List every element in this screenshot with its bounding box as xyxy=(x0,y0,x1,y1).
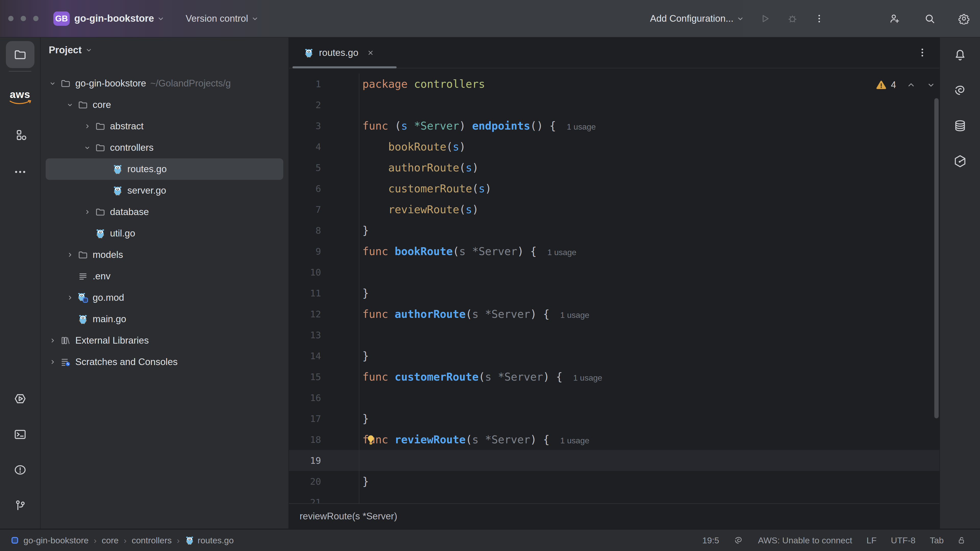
code-line-1[interactable]: 1package controllers xyxy=(289,73,939,94)
code-line-12[interactable]: 12func authorRoute(s *Server) {1 usage xyxy=(289,303,939,324)
inspection-widget[interactable]: 4 xyxy=(875,79,936,91)
code-line-15[interactable]: 15func customerRoute(s *Server) {1 usage xyxy=(289,366,939,387)
code-line-9[interactable]: 9func bookRoute(s *Server) {1 usage xyxy=(289,241,939,262)
tab-options-kebab-icon[interactable] xyxy=(917,47,928,58)
chevron-right-icon[interactable] xyxy=(49,337,56,345)
structure-tool-button[interactable] xyxy=(13,128,27,142)
tree-item-go-gin-bookstore[interactable]: go-gin-bookstore~/GolandProjects/g xyxy=(46,73,283,94)
tree-item-routes-go[interactable]: routes.go xyxy=(46,159,283,180)
usage-inlay-hint[interactable]: 1 usage xyxy=(567,122,596,131)
database-tool-button[interactable] xyxy=(953,119,967,133)
code-line-2[interactable]: 2 xyxy=(289,94,939,115)
code-line-10[interactable]: 10 xyxy=(289,262,939,283)
chevron-down-icon[interactable] xyxy=(49,79,56,87)
code-line-7[interactable]: 7 reviewRoute(s) xyxy=(289,199,939,220)
code-lines[interactable]: 1package controllers23func (s *Server) e… xyxy=(289,68,939,503)
tree-item-util-go[interactable]: util.go xyxy=(46,223,283,244)
chevron-down-icon[interactable] xyxy=(66,101,74,109)
lock-icon[interactable] xyxy=(956,535,966,545)
intention-bulb-icon[interactable] xyxy=(365,433,377,445)
tree-item-controllers[interactable]: controllers xyxy=(46,137,283,159)
tree-item-external-libraries[interactable]: External Libraries xyxy=(46,330,283,351)
go-mod-icon xyxy=(78,292,88,303)
previous-warning-chevron-up-icon[interactable] xyxy=(906,80,916,90)
run-configuration-selector[interactable]: Add Configuration... xyxy=(650,13,733,24)
chevron-right-icon[interactable] xyxy=(49,358,56,366)
tree-item-scratches-and-consoles[interactable]: Scratches and Consoles xyxy=(46,351,283,373)
code-line-20[interactable]: 20} xyxy=(289,471,939,492)
more-actions-kebab-icon[interactable] xyxy=(814,13,824,24)
code-line-11[interactable]: 11} xyxy=(289,283,939,303)
close-icon[interactable] xyxy=(366,49,375,57)
code-line-16[interactable]: 16 xyxy=(289,387,939,408)
breadcrumb[interactable]: go-gin-bookstore›core›controllers›routes… xyxy=(10,535,234,545)
more-tool-windows-button[interactable] xyxy=(13,165,27,179)
project-tool-button[interactable] xyxy=(6,41,35,68)
package-checker-icon[interactable] xyxy=(953,154,967,168)
line-separator-indicator[interactable]: LF xyxy=(866,535,877,545)
tree-item-label: .env xyxy=(93,271,110,282)
window-zoom-button[interactable] xyxy=(33,16,38,21)
code-line-17[interactable]: 17} xyxy=(289,408,939,429)
usage-inlay-hint[interactable]: 1 usage xyxy=(547,248,576,257)
services-tool-button[interactable] xyxy=(13,392,27,406)
indent-indicator[interactable]: Tab xyxy=(930,535,944,545)
project-widget[interactable]: go-gin-bookstore xyxy=(74,13,154,24)
code-line-21[interactable]: 21 xyxy=(289,492,939,503)
project-panel-header[interactable]: Project xyxy=(41,38,288,62)
usage-inlay-hint[interactable]: 1 usage xyxy=(560,436,589,445)
tree-item-abstract[interactable]: abstract xyxy=(46,116,283,137)
window-controls[interactable] xyxy=(8,16,38,21)
git-tool-button[interactable] xyxy=(13,499,27,513)
problems-tool-button[interactable] xyxy=(13,463,27,477)
search-everywhere-icon[interactable] xyxy=(924,13,935,24)
tree-item-models[interactable]: models xyxy=(46,244,283,265)
settings-gear-icon[interactable] xyxy=(958,13,970,24)
breadcrumb-item[interactable]: routes.go xyxy=(197,535,234,545)
code-line-3[interactable]: 3func (s *Server) endpoints() {1 usage xyxy=(289,115,939,136)
aws-connection-status[interactable]: AWS: Unable to connect xyxy=(758,535,852,545)
code-line-13[interactable]: 13 xyxy=(289,324,939,345)
chevron-right-icon[interactable] xyxy=(66,251,74,259)
window-minimize-button[interactable] xyxy=(21,16,26,21)
run-button[interactable] xyxy=(759,13,771,24)
code-line-18[interactable]: 18func reviewRoute(s *Server) {1 usage xyxy=(289,429,939,450)
code-line-19[interactable]: 19 xyxy=(289,450,939,471)
usage-inlay-hint[interactable]: 1 usage xyxy=(573,373,602,383)
code-line-14[interactable]: 14} xyxy=(289,345,939,366)
aws-toolkit-button[interactable]: aws xyxy=(0,89,40,106)
breadcrumb-item[interactable]: core xyxy=(102,535,118,545)
chevron-right-icon[interactable] xyxy=(66,294,74,302)
chevron-down-icon[interactable] xyxy=(83,144,91,151)
tree-item-main-go[interactable]: main.go xyxy=(46,308,283,330)
debug-button[interactable] xyxy=(787,13,798,24)
ai-assistant-icon[interactable] xyxy=(953,83,967,97)
tree-item-core[interactable]: core xyxy=(46,94,283,116)
chevron-right-icon[interactable] xyxy=(83,122,91,130)
folder-icon xyxy=(13,48,27,62)
encoding-indicator[interactable]: UTF-8 xyxy=(891,535,915,545)
tree-item-go-mod[interactable]: go.mod xyxy=(46,287,283,308)
code-line-4[interactable]: 4 bookRoute(s) xyxy=(289,136,939,157)
terminal-tool-button[interactable] xyxy=(13,427,27,441)
code-line-6[interactable]: 6 customerRoute(s) xyxy=(289,178,939,199)
code-line-5[interactable]: 5 authorRoute(s) xyxy=(289,157,939,178)
tab-routes-go[interactable]: routes.go xyxy=(289,38,385,68)
line-number: 19 xyxy=(289,450,360,471)
chevron-right-icon[interactable] xyxy=(83,208,91,216)
breadcrumb-item[interactable]: go-gin-bookstore xyxy=(24,535,89,545)
editor-scrollbar[interactable] xyxy=(934,98,939,418)
tree-item-server-go[interactable]: server.go xyxy=(46,180,283,201)
code-line-8[interactable]: 8} xyxy=(289,220,939,241)
breadcrumb-item[interactable]: controllers xyxy=(132,535,172,545)
tree-item-database[interactable]: database xyxy=(46,201,283,223)
code-with-me-icon[interactable] xyxy=(889,13,900,24)
tree-item--env[interactable]: .env xyxy=(46,265,283,287)
window-close-button[interactable] xyxy=(8,16,14,21)
ai-assistant-status-icon[interactable] xyxy=(733,535,744,545)
next-warning-chevron-down-icon[interactable] xyxy=(926,80,936,90)
usage-inlay-hint[interactable]: 1 usage xyxy=(560,310,589,320)
vcs-widget[interactable]: Version control xyxy=(186,13,248,24)
notifications-bell-icon[interactable] xyxy=(953,48,967,62)
caret-position[interactable]: 19:5 xyxy=(702,535,719,545)
